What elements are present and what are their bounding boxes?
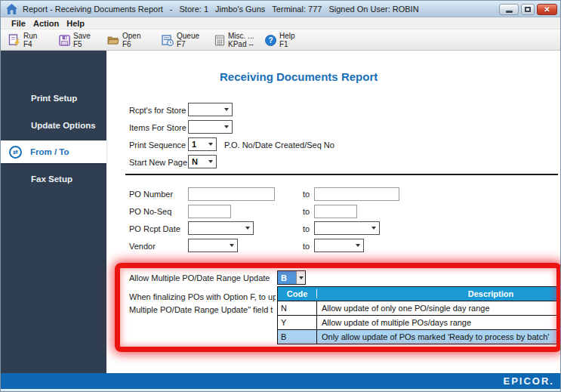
- chevron-down-icon: [224, 108, 229, 111]
- help-key: F1: [279, 40, 295, 48]
- description-column-header: Description: [317, 289, 559, 298]
- from-to-sync-icon: ⇄: [9, 146, 22, 159]
- maximize-icon: [525, 7, 531, 12]
- po-number-to-input[interactable]: [314, 187, 399, 201]
- queue-icon: [162, 35, 174, 46]
- queue-label: Queue: [177, 32, 199, 40]
- title-part: -: [170, 5, 173, 14]
- chevron-down-icon: [208, 160, 213, 163]
- description-cell: Allow update of multiple POs/days range: [317, 318, 559, 327]
- run-icon: [8, 34, 20, 46]
- title-part-terminal: Terminal: 777: [272, 5, 322, 14]
- run-label: Run: [23, 32, 37, 40]
- allow-multiple-select[interactable]: B: [277, 270, 306, 285]
- vendor-to-label: to: [303, 239, 310, 253]
- print-sequence-note: P.O. No/Date Created/Seq No: [224, 138, 334, 152]
- footer-bar: EPICOR.: [1, 373, 560, 389]
- help-button[interactable]: ? HelpF1: [263, 31, 297, 49]
- close-button[interactable]: ✕: [537, 4, 557, 15]
- open-icon: [107, 35, 119, 45]
- po-rcpt-date-from-select[interactable]: [188, 221, 254, 235]
- chevron-down-icon: [356, 244, 360, 247]
- dropdown-header-row: Code Description: [278, 287, 559, 301]
- epicor-logo: EPICOR.: [504, 375, 554, 387]
- menu-help[interactable]: Help: [66, 19, 85, 28]
- svg-text:?: ?: [268, 36, 273, 45]
- run-button[interactable]: RunF4: [6, 31, 39, 49]
- save-button[interactable]: SaveF5: [57, 31, 93, 49]
- po-number-from-input[interactable]: [188, 187, 275, 201]
- po-no-seq-to-field[interactable]: [314, 204, 357, 218]
- print-sequence-value: 1: [189, 140, 208, 149]
- toolbar: RunF4 SaveF5 OpenF6: [1, 29, 560, 51]
- save-label: Save: [73, 32, 91, 40]
- rcpts-for-store-select[interactable]: [188, 103, 233, 116]
- save-icon: [59, 35, 70, 46]
- rcpts-for-store-label: Rcpt's for Store: [129, 103, 186, 117]
- sidebar-item-fax-setup[interactable]: Fax Setup: [31, 174, 72, 184]
- window-title: Report - Receiving Documents Report - St…: [23, 5, 419, 14]
- code-cell: N: [278, 301, 317, 315]
- sidebar-item-update-options[interactable]: Update Options: [31, 121, 96, 130]
- misc-kpad-button[interactable]: Misc. ...KPad --: [212, 31, 256, 49]
- chevron-down-icon: [224, 125, 229, 128]
- po-number-to-field[interactable]: [314, 187, 399, 200]
- description-cell: Only allow update of POs marked 'Ready t…: [317, 332, 559, 341]
- code-cell: Y: [278, 316, 317, 329]
- page-title: Receiving Documents Report: [220, 70, 378, 83]
- title-part-user: Signed On User: ROBIN: [328, 5, 418, 14]
- vendor-to-select[interactable]: [314, 239, 364, 252]
- open-button[interactable]: OpenF6: [105, 31, 143, 49]
- run-key: F4: [23, 40, 37, 48]
- minimize-button[interactable]: [499, 4, 519, 15]
- start-new-page-label: Start New Page: [129, 156, 187, 169]
- chevron-down-icon: [230, 244, 234, 247]
- dropdown-row-y[interactable]: Y Allow update of multiple POs/days rang…: [278, 315, 559, 329]
- allow-multiple-label: Allow Multiple PO/Date Range Update: [129, 271, 270, 285]
- po-no-seq-from-field[interactable]: [188, 204, 231, 218]
- chevron-down-icon: [371, 227, 376, 230]
- misc-label: Misc. ...: [228, 32, 254, 40]
- footer-bottom-strip: [1, 389, 560, 392]
- open-label: Open: [122, 32, 140, 40]
- menu-action[interactable]: Action: [33, 19, 59, 28]
- items-for-store-select[interactable]: [188, 120, 233, 134]
- chevron-down-icon: [208, 143, 213, 146]
- sidebar-item-from-to-label: From / To: [30, 147, 69, 156]
- code-cell: B: [278, 330, 317, 344]
- helper-text-line1: When finalizing POs with Option F, to up: [129, 292, 276, 301]
- po-no-seq-from-input[interactable]: [188, 205, 231, 218]
- save-key: F5: [73, 40, 91, 48]
- code-description-dropdown: Code Description N Allow update of only …: [277, 286, 559, 344]
- items-for-store-label: Items For Store: [129, 121, 186, 134]
- help-label: Help: [279, 32, 295, 40]
- title-part: Report - Receiving Documents Report: [23, 5, 163, 14]
- misc-key: KPad --: [228, 40, 254, 48]
- vendor-label: Vendor: [129, 239, 156, 253]
- helper-text-line2: Multiple PO/Date Range Update" field t: [129, 305, 276, 314]
- vendor-from-select[interactable]: [188, 239, 238, 252]
- po-rcpt-date-to-select[interactable]: [314, 221, 380, 235]
- dropdown-row-n[interactable]: N Allow update of only one PO/single day…: [278, 301, 559, 315]
- chevron-down-icon[interactable]: [296, 271, 305, 284]
- queue-button[interactable]: QueueF7: [159, 31, 202, 49]
- title-part-storename: Jimbo's Guns: [215, 5, 265, 14]
- title-part-store: Store: 1: [180, 5, 209, 14]
- dropdown-row-b-selected[interactable]: B Only allow update of POs marked 'Ready…: [278, 329, 559, 344]
- print-sequence-label: Print Sequence: [129, 138, 186, 152]
- menu-file[interactable]: File: [11, 19, 26, 28]
- po-number-from-field[interactable]: [188, 187, 275, 200]
- chevron-down-icon: [245, 227, 250, 230]
- sidebar-item-print-setup[interactable]: Print Setup: [31, 94, 77, 103]
- minimize-icon: [506, 11, 513, 13]
- start-new-page-select[interactable]: N: [188, 155, 217, 168]
- code-column-header: Code: [278, 289, 317, 298]
- allow-multiple-value: B: [278, 271, 296, 284]
- description-cell: Allow update of only one PO/single day r…: [317, 304, 559, 313]
- print-sequence-select[interactable]: 1: [188, 137, 217, 151]
- po-no-seq-to-input[interactable]: [314, 205, 357, 218]
- sidebar-item-from-to[interactable]: ⇄ From / To: [1, 140, 106, 163]
- po-number-label: PO Number: [129, 187, 173, 201]
- maximize-button[interactable]: [521, 4, 535, 15]
- sidebar: Print Setup Update Options ⇄ From / To F…: [1, 51, 106, 373]
